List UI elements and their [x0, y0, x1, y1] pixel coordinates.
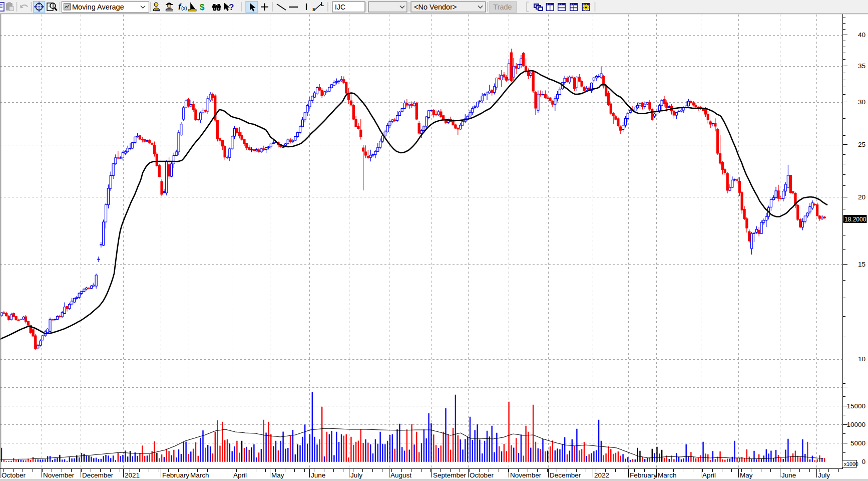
svg-text:5000: 5000: [850, 439, 865, 447]
svg-text:December: December: [82, 471, 114, 479]
svg-text:IJC: IJC: [335, 3, 345, 11]
svg-text:?: ?: [229, 3, 234, 12]
svg-text:November: November: [43, 471, 75, 479]
svg-text:2022: 2022: [594, 471, 609, 479]
svg-text:February: February: [630, 471, 657, 479]
svg-text:May: May: [271, 471, 284, 479]
svg-text:15: 15: [858, 261, 865, 268]
svg-text:20: 20: [858, 193, 865, 201]
svg-text:April: April: [702, 471, 716, 479]
svg-text:November: November: [510, 471, 542, 479]
svg-text:10: 10: [858, 355, 865, 363]
svg-text:December: December: [550, 471, 581, 479]
svg-text:October: October: [470, 471, 494, 479]
svg-text:30: 30: [858, 98, 865, 106]
svg-text:May: May: [740, 471, 753, 479]
svg-text:July: July: [818, 471, 830, 479]
svg-text:10000: 10000: [846, 421, 865, 428]
svg-text:June: June: [311, 471, 325, 479]
svg-text:June: June: [781, 471, 796, 479]
svg-text:October: October: [2, 471, 26, 479]
svg-text:(x): (x): [181, 6, 187, 11]
svg-text:$: $: [200, 3, 205, 12]
svg-text:February: February: [162, 471, 189, 479]
svg-text:0: 0: [861, 458, 865, 465]
svg-text:April: April: [233, 471, 247, 479]
svg-text:2021: 2021: [125, 471, 140, 479]
svg-text:L: L: [321, 2, 324, 7]
svg-text:Moving Average: Moving Average: [72, 3, 124, 11]
svg-text:August: August: [390, 471, 411, 479]
svg-text:35: 35: [858, 62, 865, 70]
svg-text:25: 25: [858, 141, 865, 148]
svg-text:s: s: [312, 7, 315, 12]
svg-text:15000: 15000: [846, 402, 865, 410]
svg-text:<No Vendor>: <No Vendor>: [414, 3, 457, 11]
svg-text:18.2000: 18.2000: [844, 216, 866, 223]
svg-text:x1000: x1000: [844, 461, 858, 467]
svg-text:40: 40: [858, 31, 865, 39]
svg-text:March: March: [658, 471, 677, 479]
svg-text:July: July: [350, 471, 362, 479]
svg-text:March: March: [190, 471, 209, 479]
svg-text:September: September: [433, 471, 467, 479]
svg-text:Trade: Trade: [493, 3, 512, 11]
